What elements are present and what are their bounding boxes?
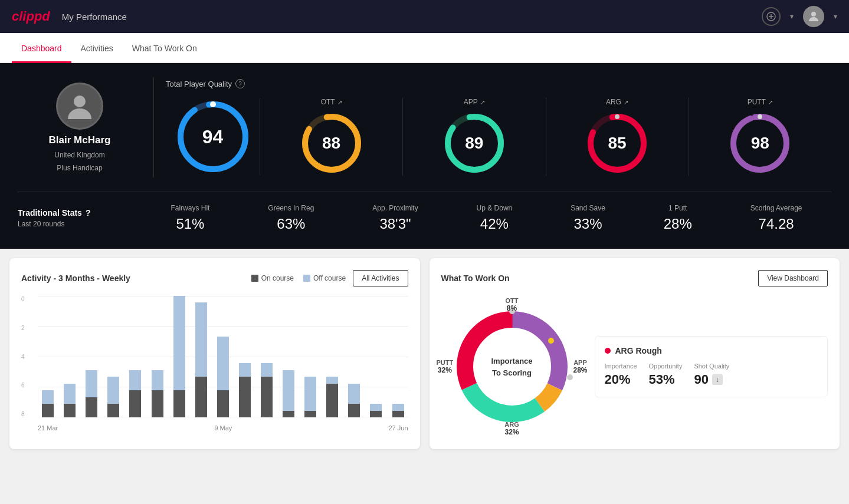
stats-top: Blair McHarg United Kingdom Plus Handica…: [18, 77, 831, 177]
on-course-bar: [152, 390, 163, 417]
off-course-bar: [64, 384, 76, 404]
svg-point-24: [567, 374, 573, 380]
stat-greens-value: 63%: [268, 216, 314, 232]
x-axis-labels: 21 Mar 9 May 27 Jun: [38, 424, 408, 431]
on-course-bar: [283, 411, 294, 417]
activity-card-header: Activity - 3 Months - Weekly On course O…: [21, 270, 408, 286]
stat-oneputt: 1 Putt 28%: [664, 204, 692, 232]
bar-stack: [152, 370, 163, 417]
donut-chart: Importance To Scoring OTT 8% APP 28% ARG…: [441, 296, 583, 437]
bar-stack: [261, 363, 273, 417]
stat-proximity-value: 38'3": [372, 216, 418, 232]
bar-stack: [392, 404, 404, 417]
view-dashboard-button[interactable]: View Dashboard: [758, 270, 828, 286]
add-button[interactable]: [762, 7, 781, 26]
bar-stack: [129, 370, 141, 417]
bar-stack: [217, 337, 229, 417]
on-course-bar: [392, 411, 404, 417]
app-donut-label: APP 28%: [573, 359, 587, 374]
quality-label: Total Player Quality ?: [166, 79, 831, 88]
x-label-mar: 21 Mar: [38, 424, 58, 431]
header-title: My Performance: [62, 12, 127, 22]
importance-value: 20%: [605, 372, 637, 387]
stat-sandsave-label: Sand Save: [571, 204, 605, 212]
off-course-bar: [173, 296, 185, 390]
shot-quality-value: 90 ↓: [694, 372, 729, 387]
bar-stack: [86, 370, 97, 417]
trad-title: Traditional Stats ?: [18, 208, 142, 218]
stat-fairways-value: 51%: [171, 216, 209, 232]
putt-value: 98: [751, 134, 769, 153]
trad-label-section: Traditional Stats ? Last 20 rounds: [18, 208, 142, 228]
y-label-4: 4: [21, 354, 25, 360]
donut-center-line1: Importance: [491, 355, 532, 367]
quality-section: Total Player Quality ? 94: [166, 79, 831, 176]
on-course-bar: [107, 404, 119, 417]
bar-group: [125, 296, 145, 417]
logo: clippd: [12, 9, 50, 24]
bar-group: [38, 296, 58, 417]
off-course-bar: [304, 377, 316, 410]
stat-greens-label: Greens In Reg: [268, 204, 314, 212]
tab-dashboard[interactable]: Dashboard: [12, 33, 71, 63]
bar-group: [257, 296, 277, 417]
y-label-8: 8: [21, 411, 25, 417]
x-label-may: 9 May: [214, 424, 232, 431]
info-card: ARG Rough Importance 20% Opportunity 53%…: [595, 336, 828, 397]
legend-off-course: Off course: [303, 274, 346, 282]
on-course-label: On course: [261, 274, 294, 282]
header: clippd My Performance ▾ ▾: [0, 0, 849, 33]
opportunity-label: Opportunity: [649, 363, 683, 370]
bar-stack: [370, 404, 382, 417]
bar-stack: [239, 363, 251, 417]
tab-activities[interactable]: Activities: [71, 33, 123, 63]
importance-metric: Importance 20%: [605, 363, 637, 387]
bar-group: [191, 296, 211, 417]
bar-group: [147, 296, 167, 417]
work-on-card: What To Work On View Dashboard: [430, 258, 840, 449]
player-name: Blair McHarg: [49, 134, 111, 146]
bottom-section: Activity - 3 Months - Weekly On course O…: [0, 249, 849, 459]
y-label-6: 6: [21, 382, 25, 388]
stat-scoring-value: 74.28: [750, 216, 802, 232]
bar-stack: [107, 377, 119, 417]
bar-group: [322, 296, 342, 417]
bar-group: [213, 296, 233, 417]
donut-center-line2: To Scoring: [491, 367, 532, 378]
off-course-bar: [107, 377, 119, 404]
off-course-dot: [303, 275, 310, 282]
svg-point-25: [548, 338, 554, 344]
y-axis: 8 6 4 2 0: [21, 296, 27, 417]
player-handicap: Plus Handicap: [57, 164, 102, 172]
bar-group: [169, 296, 189, 417]
activity-card: Activity - 3 Months - Weekly On course O…: [9, 258, 420, 449]
off-course-bar: [86, 370, 97, 397]
off-course-bar: [239, 363, 251, 377]
off-course-bar: [261, 363, 273, 377]
ott-ring: 88: [299, 111, 364, 176]
bar-stack: [42, 390, 54, 417]
bar-stack: [326, 377, 338, 417]
trad-info-icon[interactable]: ?: [86, 208, 91, 218]
svg-point-18: [758, 114, 762, 119]
user-avatar-button[interactable]: [803, 6, 824, 27]
importance-label: Importance: [605, 363, 637, 370]
arg-donut-label: ARG 32%: [504, 421, 519, 436]
stat-oneputt-label: 1 Putt: [664, 204, 692, 212]
bar-group: [81, 296, 101, 417]
trad-stats-items: Fairways Hit 51% Greens In Reg 63% App. …: [142, 204, 831, 232]
stat-proximity-label: App. Proximity: [372, 204, 418, 212]
all-activities-button[interactable]: All Activities: [353, 270, 408, 286]
off-course-bar: [392, 404, 404, 410]
header-right: ▾ ▾: [762, 6, 837, 27]
putt-label: PUTT ↗: [748, 98, 773, 106]
info-metrics: Importance 20% Opportunity 53% Shot Qual…: [605, 363, 818, 387]
stat-sandsave: Sand Save 33%: [571, 204, 605, 232]
main-quality-circle: 94: [166, 98, 260, 175]
vertical-divider: [153, 77, 154, 177]
info-icon[interactable]: ?: [235, 79, 245, 88]
quality-circles: 94 OTT ↗ 88: [166, 98, 831, 176]
stat-proximity: App. Proximity 38'3": [372, 204, 418, 232]
on-course-bar: [261, 377, 273, 417]
tab-what-to-work-on[interactable]: What To Work On: [123, 33, 206, 63]
